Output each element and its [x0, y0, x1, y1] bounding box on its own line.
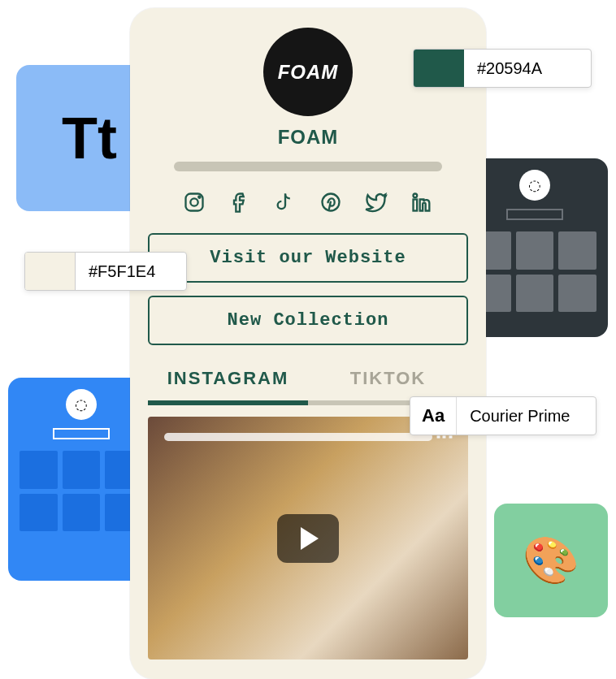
tiktok-icon[interactable] [272, 189, 298, 215]
tab-instagram[interactable]: INSTAGRAM [148, 368, 308, 405]
subtitle-placeholder [174, 162, 442, 171]
new-collection-button[interactable]: New Collection [148, 296, 468, 345]
twitter-icon[interactable] [363, 189, 389, 215]
hex-label: #F5F1E4 [76, 262, 168, 281]
hex-label: #20594A [464, 59, 555, 78]
social-row [181, 189, 435, 215]
brand-name: FOAM [278, 126, 339, 149]
color-chip-green[interactable]: #20594A [413, 49, 592, 88]
svg-point-5 [414, 194, 418, 198]
svg-point-1 [190, 199, 197, 206]
preview-bar [53, 428, 110, 439]
color-chip-cream[interactable]: #F5F1E4 [24, 252, 187, 291]
preview-bar [506, 209, 563, 220]
avatar-text: FOAM [278, 61, 339, 84]
svg-point-2 [198, 197, 200, 198]
font-name: Courier Prime [457, 407, 583, 426]
preview-grid [473, 231, 596, 312]
preview-grid [20, 451, 143, 531]
video-thumbnail[interactable]: ⋮ [148, 417, 468, 660]
profile-preview: FOAM FOAM Visit our Website New Collecti… [130, 8, 486, 679]
font-glyph: Aa [410, 397, 457, 435]
avatar[interactable]: FOAM [263, 28, 353, 116]
swatch [414, 50, 464, 87]
play-icon[interactable] [277, 514, 339, 563]
visit-website-button[interactable]: Visit our Website [148, 233, 468, 283]
pinterest-icon[interactable] [318, 189, 344, 215]
typography-glyph: Tt [62, 105, 117, 171]
palette-tile[interactable]: 🎨 [494, 504, 608, 617]
instagram-icon[interactable] [181, 189, 207, 215]
preview-avatar: ◌ [66, 389, 97, 420]
linkedin-icon[interactable] [409, 189, 435, 215]
swatch [25, 253, 76, 290]
facebook-icon[interactable] [227, 189, 253, 215]
svg-rect-4 [414, 200, 418, 211]
video-progress [164, 433, 432, 441]
preview-avatar: ◌ [519, 170, 550, 201]
font-chip[interactable]: Aa Courier Prime [410, 396, 596, 435]
palette-icon: 🎨 [523, 534, 579, 587]
